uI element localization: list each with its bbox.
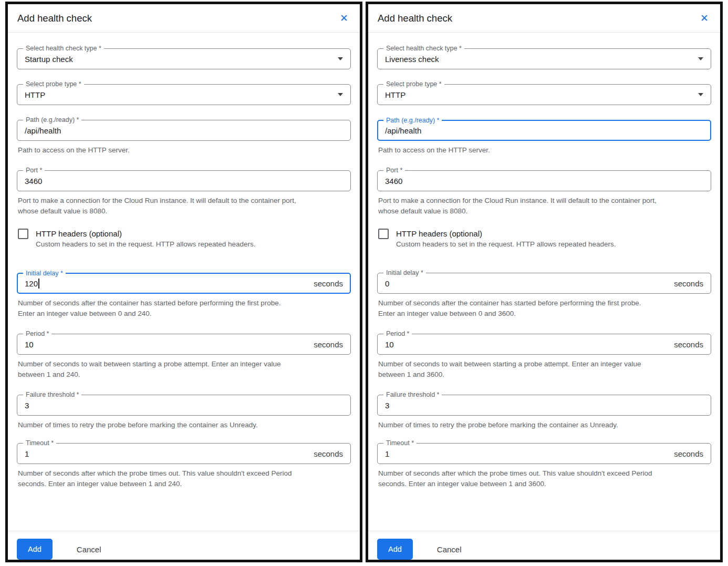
path-value: /api/health	[25, 126, 61, 135]
timeout-field[interactable]: Timeout * 1 seconds	[377, 443, 711, 464]
cancel-button[interactable]: Cancel	[72, 545, 106, 554]
period-helper-text: Number of seconds to wait between starti…	[17, 359, 351, 380]
http-headers-row: HTTP headers (optional) Custom headers t…	[17, 228, 351, 250]
failure-threshold-label: Failure threshold *	[383, 391, 442, 399]
timeout-helper-text: Number of seconds after which the probe …	[377, 468, 711, 489]
initial-delay-label: Initial delay *	[23, 270, 66, 277]
probe-type-select[interactable]: Select probe type * HTTP	[17, 84, 351, 105]
dropdown-arrow-icon	[698, 57, 703, 60]
probe-type-select[interactable]: Select probe type * HTTP	[377, 84, 711, 105]
dialog-body: Select health check type * Startup check…	[8, 33, 360, 531]
port-field[interactable]: Port * 3460	[17, 170, 351, 191]
health-check-type-value: Liveness check	[385, 55, 439, 64]
period-unit: seconds	[314, 340, 343, 349]
path-field[interactable]: Path (e.g./ready) * /api/health	[17, 120, 351, 141]
close-icon[interactable]: ✕	[698, 12, 711, 25]
probe-type-value: HTTP	[25, 90, 45, 99]
dropdown-arrow-icon	[338, 93, 343, 96]
failure-threshold-helper-text: Number of times to retry the probe befor…	[17, 420, 351, 430]
path-helper-text: Path to access on the HTTP server.	[377, 145, 711, 156]
dropdown-arrow-icon	[338, 57, 343, 60]
initial-delay-value: 0	[385, 279, 389, 288]
period-value: 10	[25, 340, 34, 349]
http-headers-row: HTTP headers (optional) Custom headers t…	[377, 228, 711, 250]
dialog-title: Add health check	[378, 12, 452, 25]
spacer	[17, 504, 351, 524]
timeout-unit: seconds	[314, 449, 343, 458]
port-helper-text: Port to make a connection for the Cloud …	[17, 195, 351, 217]
port-label: Port *	[383, 167, 405, 174]
dialog-header: Add health check ✕	[368, 4, 720, 33]
health-check-type-select[interactable]: Select health check type * Startup check	[17, 48, 351, 69]
http-headers-checkbox[interactable]	[378, 229, 389, 239]
failure-threshold-value: 3	[25, 401, 29, 410]
dialog-footer: Add Cancel	[8, 531, 360, 560]
initial-delay-value: 120	[25, 279, 38, 288]
initial-delay-label: Initial delay *	[383, 269, 426, 277]
period-unit: seconds	[674, 340, 703, 349]
add-health-check-dialog-startup: Add health check ✕ Select health check t…	[5, 2, 362, 562]
period-label: Period *	[383, 330, 412, 338]
health-check-type-label: Select health check type *	[23, 45, 104, 53]
initial-delay-unit: seconds	[314, 279, 343, 288]
spacer	[377, 504, 711, 524]
dialog-title: Add health check	[17, 12, 92, 25]
timeout-field[interactable]: Timeout * 1 seconds	[17, 443, 351, 464]
timeout-label: Timeout *	[383, 439, 417, 447]
http-headers-description: Custom headers to set in the request. HT…	[36, 239, 255, 250]
timeout-value: 1	[25, 449, 29, 458]
cancel-button[interactable]: Cancel	[433, 545, 466, 554]
http-headers-description: Custom headers to set in the request. HT…	[396, 239, 616, 250]
failure-threshold-field[interactable]: Failure threshold * 3	[377, 395, 711, 416]
path-helper-text: Path to access on the HTTP server.	[17, 145, 351, 156]
failure-threshold-helper-text: Number of times to retry the probe befor…	[377, 420, 711, 430]
health-check-type-select[interactable]: Select health check type * Liveness chec…	[377, 48, 711, 69]
path-field[interactable]: Path (e.g./ready) * /api/health	[377, 120, 711, 141]
initial-delay-field[interactable]: Initial delay * 120 seconds	[17, 273, 351, 294]
health-check-type-label: Select health check type *	[383, 45, 464, 53]
path-label: Path (e.g./ready) *	[383, 117, 442, 125]
failure-threshold-value: 3	[385, 401, 389, 410]
http-headers-label: HTTP headers (optional)	[396, 228, 616, 239]
timeout-unit: seconds	[674, 449, 703, 458]
port-value: 3460	[25, 177, 42, 186]
health-check-type-value: Startup check	[25, 55, 73, 64]
dialog-footer: Add Cancel	[368, 531, 720, 560]
failure-threshold-label: Failure threshold *	[23, 391, 81, 399]
probe-type-value: HTTP	[385, 90, 405, 99]
http-headers-checkbox[interactable]	[18, 229, 28, 239]
initial-delay-field[interactable]: Initial delay * 0 seconds	[377, 273, 711, 294]
initial-delay-unit: seconds	[674, 279, 703, 288]
initial-delay-helper-text: Number of seconds after the container ha…	[17, 298, 351, 319]
path-label: Path (e.g./ready) *	[23, 116, 81, 124]
period-field[interactable]: Period * 10 seconds	[17, 334, 351, 355]
probe-type-label: Select probe type *	[383, 80, 444, 88]
probe-type-label: Select probe type *	[23, 80, 84, 88]
port-label: Port *	[23, 167, 45, 174]
dialog-body: Select health check type * Liveness chec…	[368, 33, 720, 531]
add-button[interactable]: Add	[377, 539, 413, 560]
timeout-label: Timeout *	[23, 439, 56, 447]
port-value: 3460	[385, 177, 402, 186]
http-headers-label: HTTP headers (optional)	[36, 228, 255, 239]
port-field[interactable]: Port * 3460	[377, 170, 711, 191]
dropdown-arrow-icon	[698, 93, 703, 96]
period-field[interactable]: Period * 10 seconds	[377, 334, 711, 355]
period-label: Period *	[23, 330, 51, 338]
period-helper-text: Number of seconds to wait between starti…	[377, 359, 711, 380]
path-value: /api/health	[385, 126, 421, 135]
timeout-value: 1	[385, 449, 389, 458]
add-health-check-dialog-liveness: Add health check ✕ Select health check t…	[366, 2, 723, 562]
timeout-helper-text: Number of seconds after which the probe …	[17, 468, 351, 489]
initial-delay-helper-text: Number of seconds after the container ha…	[377, 298, 711, 319]
text-cursor	[38, 279, 39, 289]
failure-threshold-field[interactable]: Failure threshold * 3	[17, 395, 351, 416]
add-button[interactable]: Add	[17, 539, 53, 560]
dialog-header: Add health check ✕	[8, 4, 360, 33]
period-value: 10	[385, 340, 394, 349]
close-icon[interactable]: ✕	[338, 12, 350, 25]
port-helper-text: Port to make a connection for the Cloud …	[377, 195, 711, 217]
